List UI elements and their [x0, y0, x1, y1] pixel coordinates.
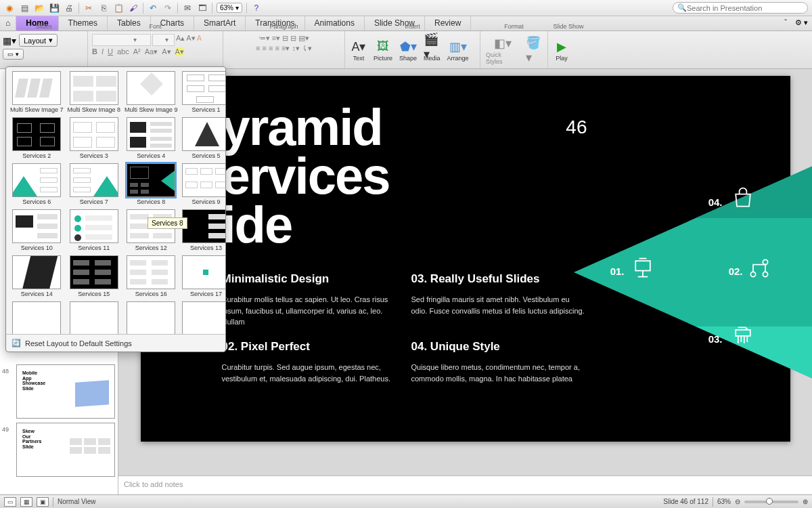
webpage-icon[interactable]: 🗔 — [197, 3, 208, 14]
undo-icon[interactable]: ↶ — [148, 3, 158, 14]
layout-item[interactable]: Services 5 — [181, 116, 225, 161]
search-icon: 🔍 — [677, 3, 687, 12]
layout-item-label: Services 14 — [10, 291, 64, 297]
collapse-icon[interactable]: ˆ — [780, 16, 791, 30]
layout-item[interactable]: Services 6 — [9, 162, 65, 207]
zoom-out-icon[interactable]: ⊖ — [735, 498, 740, 505]
layout-popover: Multi Skew Image 7Multi Skew Image 8Mult… — [5, 66, 226, 352]
thumb-49-title: Skew Our Partners Slide — [22, 429, 41, 450]
layout-button[interactable]: Layout ▾ — [19, 34, 58, 47]
help-icon[interactable]: ? — [251, 3, 262, 14]
sorter-view-icon[interactable]: ▦ — [20, 497, 32, 507]
layout-item-label: Services 5 — [182, 152, 225, 159]
quick-styles-button[interactable]: ◧▾Quick Styles — [483, 34, 522, 66]
thumb-48[interactable]: 48 Mobile App Showcase Slide — [16, 364, 115, 419]
reset-icon: 🔄 — [12, 339, 21, 347]
quick-styles-icon: ◧▾ — [495, 35, 511, 51]
thumb-49[interactable]: 49 Skew Our Partners Slide — [16, 423, 115, 477]
save-icon[interactable]: 💾 — [49, 3, 60, 14]
layout-item[interactable]: Services 12 — [123, 208, 179, 253]
layout-item-label: Services 12 — [125, 245, 178, 251]
layout-item[interactable]: Services 4 — [123, 116, 179, 161]
thumb-49-num: 49 — [2, 426, 9, 433]
new-icon[interactable]: ▤ — [19, 3, 30, 14]
section-button[interactable]: ▭ ▾ — [3, 49, 24, 60]
zoom-in-icon[interactable]: ⊕ — [803, 498, 808, 505]
shape-button[interactable]: ⬟▾Shape — [397, 37, 420, 63]
format-painter-icon[interactable]: 🖌 — [128, 3, 139, 14]
layout-item-label: Multi Skew Image 7 — [10, 106, 64, 113]
layout-item-label: Services 16 — [125, 291, 178, 297]
send-icon[interactable]: ✉ — [182, 3, 193, 14]
layout-item[interactable]: Services 14 — [9, 254, 65, 299]
layout-item[interactable]: Services 9 — [181, 162, 225, 207]
svg-point-6 — [763, 272, 767, 276]
layout-item[interactable]: Services 13 — [181, 208, 225, 253]
text-button[interactable]: A▾Text — [348, 37, 369, 63]
layout-item-label: Services 6 — [10, 198, 64, 205]
service-2: 02. Pixel PerfectCurabitur turpis. Sed a… — [222, 340, 398, 384]
fill-button[interactable]: 🪣▾ — [523, 41, 545, 60]
paste-icon[interactable]: 📋 — [113, 3, 124, 14]
new-slide-icon[interactable]: ▦▾ — [3, 35, 16, 46]
svg-point-5 — [763, 259, 767, 264]
notes-pane[interactable]: Click to add notes — [118, 475, 812, 494]
layout-item[interactable]: Services 8 — [123, 162, 179, 207]
play-button[interactable]: ▶Play — [551, 37, 572, 63]
slide[interactable]: 46 yramid ervices ide Minimalistic Desig… — [141, 76, 790, 442]
picture-button[interactable]: 🖼Picture — [371, 37, 395, 63]
cut-icon[interactable]: ✂ — [83, 3, 94, 14]
service-1: Minimalistic DesignCurabitur mollis tell… — [222, 272, 398, 328]
slide-page-num: 46 — [566, 117, 587, 138]
group-insert-title: Insert — [345, 23, 480, 30]
tri-num-3: 03. — [708, 333, 723, 345]
redo-icon[interactable]: ↷ — [162, 3, 173, 14]
layout-item[interactable]: Multi Skew Image 7 — [9, 70, 65, 114]
layout-item[interactable]: Services 16 — [123, 254, 179, 299]
zoom-dropdown[interactable]: 63% ▾ — [217, 3, 242, 13]
search-input[interactable] — [687, 4, 803, 12]
picture-icon: 🖼 — [375, 39, 391, 55]
present-view-icon[interactable]: ▣ — [37, 497, 49, 507]
layout-item-label: Services 8 — [125, 198, 178, 205]
gear-icon[interactable]: ⚙ ▾ — [791, 16, 812, 30]
layout-item[interactable]: Services 1 — [181, 70, 225, 114]
thumb-48-num: 48 — [2, 368, 9, 375]
normal-view-icon[interactable]: ▭ — [4, 497, 16, 507]
arrange-button[interactable]: ▥▾Arrange — [445, 37, 472, 63]
view-label: Normal View — [58, 498, 96, 505]
layout-item[interactable]: Multi Skew Image 9 — [123, 70, 179, 114]
slide-title: yramid ervices ide — [222, 103, 390, 250]
layout-item-label: Multi Skew Image 8 — [68, 106, 121, 113]
layout-item[interactable]: Services 2 — [9, 116, 65, 161]
layout-item[interactable] — [181, 300, 225, 334]
layout-item[interactable] — [123, 300, 179, 334]
text-icon: A▾ — [351, 39, 367, 55]
arrange-icon: ▥▾ — [450, 39, 466, 55]
zoom-slider[interactable] — [744, 501, 798, 503]
copy-icon[interactable]: ⎘ — [98, 3, 109, 14]
whiteboard-icon — [631, 256, 655, 280]
layout-item[interactable]: Services 3 — [66, 116, 122, 161]
svg-rect-0 — [635, 261, 650, 270]
layout-item[interactable]: Multi Skew Image 8 — [66, 70, 122, 114]
reset-layout-button[interactable]: 🔄 Reset Layout to Default Settings — [6, 334, 225, 352]
layout-item-label: Services 15 — [68, 291, 121, 297]
svg-point-4 — [750, 272, 755, 276]
layout-item[interactable]: Services 17 — [181, 254, 225, 299]
layout-item[interactable]: Services 15 — [66, 254, 122, 299]
layout-item[interactable]: Services 7 — [66, 162, 122, 207]
layout-item[interactable]: Services 10 — [9, 208, 65, 253]
layout-item-label: Multi Skew Image 9 — [125, 106, 178, 113]
search-box[interactable]: 🔍 — [673, 2, 808, 14]
layout-item[interactable] — [66, 300, 122, 334]
media-button[interactable]: 🎬▾Media — [421, 37, 443, 63]
slide-count: Slide 46 of 112 — [663, 498, 708, 505]
layout-item-label: Services 10 — [10, 245, 64, 251]
layout-item-label: Services 9 — [182, 198, 225, 205]
open-icon[interactable]: 📂 — [34, 3, 45, 14]
layout-item[interactable] — [9, 300, 65, 334]
play-icon: ▶ — [554, 39, 570, 55]
layout-item[interactable]: Services 11 — [66, 208, 122, 253]
print-icon[interactable]: 🖨 — [64, 3, 74, 14]
